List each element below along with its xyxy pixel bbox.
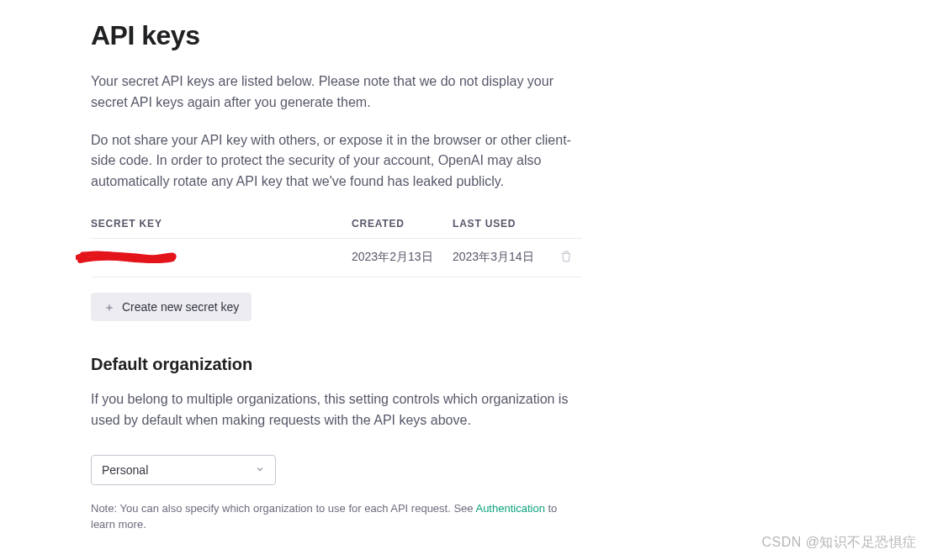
api-keys-table: SECRET KEY CREATED LAST USED 2023年2月13日: [91, 209, 582, 277]
plus-icon: ＋: [103, 301, 115, 313]
authentication-link[interactable]: Authentication: [475, 502, 544, 515]
delete-key-button[interactable]: [557, 247, 575, 268]
redacted-key-mark: [91, 251, 183, 262]
intro-paragraph-1: Your secret API keys are listed below. P…: [91, 71, 582, 114]
page-title: API keys: [91, 20, 582, 51]
cell-secret-key: [91, 238, 352, 277]
chevron-down-icon: [255, 463, 265, 477]
cell-last-used: 2023年3月14日: [453, 238, 554, 277]
watermark-text: CSDN @知识不足恐惧症: [761, 534, 917, 552]
column-header-lastused: LAST USED: [453, 209, 554, 239]
column-header-secret: SECRET KEY: [91, 209, 352, 239]
api-keys-page: API keys Your secret API keys are listed…: [0, 0, 673, 533]
org-note: Note: You can also specify which organiz…: [91, 500, 582, 533]
trash-icon: [560, 251, 572, 265]
organization-selected-value: Personal: [102, 463, 148, 477]
create-key-label: Create new secret key: [122, 300, 239, 314]
default-org-heading: Default organization: [91, 355, 582, 374]
create-secret-key-button[interactable]: ＋ Create new secret key: [91, 293, 252, 321]
intro-paragraph-2: Do not share your API key with others, o…: [91, 130, 582, 193]
column-header-action: [554, 209, 582, 239]
column-header-created: CREATED: [352, 209, 453, 239]
default-org-description: If you belong to multiple organizations,…: [91, 389, 582, 431]
table-row: 2023年2月13日 2023年3月14日: [91, 238, 582, 277]
cell-created: 2023年2月13日: [352, 238, 453, 277]
organization-select[interactable]: Personal: [91, 455, 276, 485]
org-note-prefix: Note: You can also specify which organiz…: [91, 502, 475, 515]
